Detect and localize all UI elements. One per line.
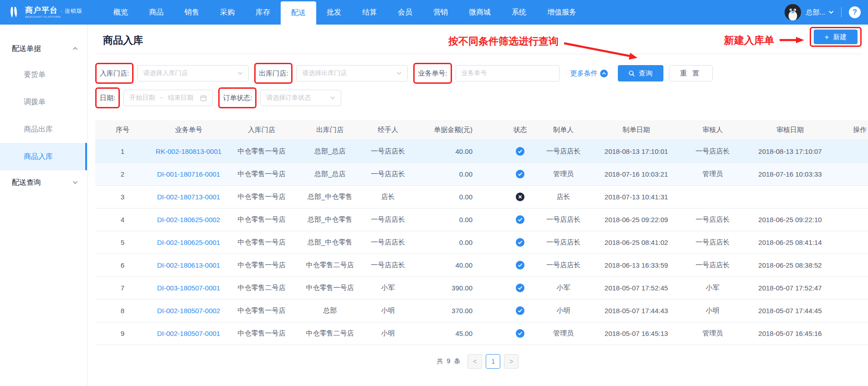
annotation-box-create: + 新建	[810, 27, 862, 47]
biz-no-link[interactable]: RK-002-180813-0001	[150, 140, 227, 163]
biz-no-link[interactable]: DI-002-180625-0001	[150, 231, 227, 254]
biz-no-input[interactable]: 业务单号	[456, 65, 560, 81]
pagination-total: 共 9 条	[437, 357, 462, 366]
cell-amount: 0.00	[412, 163, 505, 185]
nav-item[interactable]: 结算	[352, 0, 387, 25]
column-header-out-store: 出库门店	[296, 120, 364, 140]
cell-index: 2	[95, 163, 150, 185]
nav-item[interactable]: 库存	[245, 0, 281, 25]
cell-auditor: 一号店店长	[681, 254, 745, 276]
help-icon[interactable]: ?	[849, 6, 861, 18]
order-status-select[interactable]: 请选择订单状态	[260, 90, 341, 106]
logo-icon	[6, 5, 21, 20]
check-circle-icon	[516, 306, 524, 315]
biz-no-link[interactable]: DI-002-180613-0001	[150, 254, 227, 276]
cell-in-store: 中仓零售一号店	[227, 140, 296, 163]
cell-out-store: 中仓零售二号店	[296, 322, 364, 345]
cell-amount: 0.00	[412, 186, 505, 208]
cell-index: 4	[95, 208, 150, 231]
nav-item[interactable]: 增值服务	[537, 0, 587, 25]
app-logo: 商户平台 · 连锁版 MERCHANT PLATFORM	[6, 5, 103, 20]
column-header-handler: 经手人	[364, 120, 412, 140]
pagination-next-button[interactable]: >	[504, 354, 519, 369]
biz-no-link[interactable]: DI-002-180713-0001	[150, 186, 227, 208]
nav-item[interactable]: 营销	[423, 0, 458, 25]
table-body: 1RK-002-180813-0001中仓零售一号店总部_总店一号店店长40.0…	[95, 140, 868, 345]
nav-item[interactable]: 概览	[103, 0, 139, 25]
chevron-down-icon	[396, 71, 402, 75]
biz-no-link[interactable]: DI-002-180507-0001	[150, 322, 227, 345]
check-circle-icon	[516, 170, 524, 178]
cell-creator: 一号店店长	[535, 140, 592, 163]
biz-no-link[interactable]: DI-002-180625-0002	[150, 208, 227, 231]
cell-creator: 管理员	[535, 322, 592, 345]
date-label: 日期:	[100, 94, 115, 102]
column-header-creator: 制单人	[535, 120, 592, 140]
cell-create-date: 2018-05-07 16:45:13	[592, 322, 681, 345]
annotation-box-biz-no: 业务单号:	[413, 63, 452, 84]
sidebar-item[interactable]: 调拨单	[0, 88, 87, 116]
table-row: 6DI-002-180613-0001中仓零售一号店中仓零售二号店一号店店长40…	[95, 254, 868, 277]
sidebar-item[interactable]: 要货单	[0, 61, 87, 88]
status-badge	[505, 277, 535, 299]
navbar-divider	[841, 7, 842, 17]
user-avatar penguin-avatar[interactable]	[785, 4, 801, 20]
user-name[interactable]: 总部...	[806, 8, 825, 17]
cell-action	[836, 231, 868, 254]
cell-handler: 一号店店长	[364, 254, 412, 276]
table-row: 8DI-002-180507-0002中仓零售一号店总部小明370.00小明20…	[95, 300, 868, 322]
out-store-select[interactable]: 请选择出库门店	[296, 65, 408, 81]
cell-action	[836, 163, 868, 185]
biz-no-link[interactable]: DI-001-180716-0001	[150, 163, 227, 185]
search-icon	[628, 70, 635, 77]
sidebar-group-title[interactable]: 配送单据	[0, 36, 87, 61]
nav-item[interactable]: 采购	[210, 0, 245, 25]
cell-auditor: 一号店店长	[681, 208, 745, 231]
nav-item[interactable]: 商品	[139, 0, 174, 25]
nav-item[interactable]: 批发	[316, 0, 352, 25]
chevron-down-icon[interactable]	[828, 10, 834, 14]
more-conditions-link[interactable]: 更多条件	[570, 69, 608, 78]
status-badge	[505, 322, 535, 345]
pagination-prev-button[interactable]: <	[467, 354, 482, 369]
biz-no-link[interactable]: DI-002-180507-0002	[150, 300, 227, 322]
sidebar-group-title[interactable]: 配送查询	[0, 170, 87, 195]
nav-item[interactable]: 配送	[281, 1, 316, 25]
cell-out-store: 总部_总店	[296, 163, 364, 185]
sidebar-item[interactable]: 商品出库	[0, 116, 87, 143]
check-circle-icon	[516, 261, 524, 269]
nav-item[interactable]: 销售	[174, 0, 210, 25]
status-badge	[505, 300, 535, 322]
nav-menu: 概览商品销售采购库存配送批发结算会员营销微商城系统增值服务	[103, 0, 587, 25]
x-circle-icon	[516, 193, 524, 201]
cell-auditor: 管理员	[681, 322, 745, 345]
chevron-down-icon	[237, 71, 243, 75]
table-row: 2DI-001-180716-0001中仓零售一号店总部_总店一号店店长0.00…	[95, 163, 868, 186]
chevron-down-icon	[330, 96, 335, 100]
cell-handler: 一号店店长	[364, 208, 412, 231]
pagination-page-button[interactable]: 1	[486, 354, 500, 369]
cell-handler: 一号店店长	[364, 231, 412, 254]
date-range-input[interactable]: 开始日期 ~ 结束日期	[123, 90, 213, 106]
cell-out-store: 总部_中仓零售	[296, 208, 364, 231]
cell-audit-date: 2018-05-07 17:52:47	[745, 277, 836, 299]
search-button[interactable]: 查询	[618, 65, 663, 81]
biz-no-link[interactable]: DI-003-180507-0001	[150, 277, 227, 299]
status-badge	[505, 140, 535, 163]
create-button[interactable]: + 新建	[814, 30, 858, 44]
status-badge	[505, 163, 535, 185]
status-badge	[505, 186, 535, 208]
cell-action	[836, 322, 868, 345]
nav-item[interactable]: 微商城	[458, 0, 501, 25]
check-circle-icon	[516, 215, 524, 224]
sidebar-item[interactable]: 商品入库	[0, 143, 87, 170]
header-divider	[96, 54, 863, 54]
cell-creator: 一号店店长	[535, 254, 592, 276]
cell-in-store: 中仓零售一号店	[227, 231, 296, 254]
chevron-up-icon	[72, 47, 78, 51]
nav-item[interactable]: 系统	[501, 0, 537, 25]
in-store-select[interactable]: 请选择入库门店	[137, 65, 249, 81]
reset-button[interactable]: 重 置	[669, 65, 713, 81]
cell-action	[836, 140, 868, 163]
nav-item[interactable]: 会员	[387, 0, 423, 25]
